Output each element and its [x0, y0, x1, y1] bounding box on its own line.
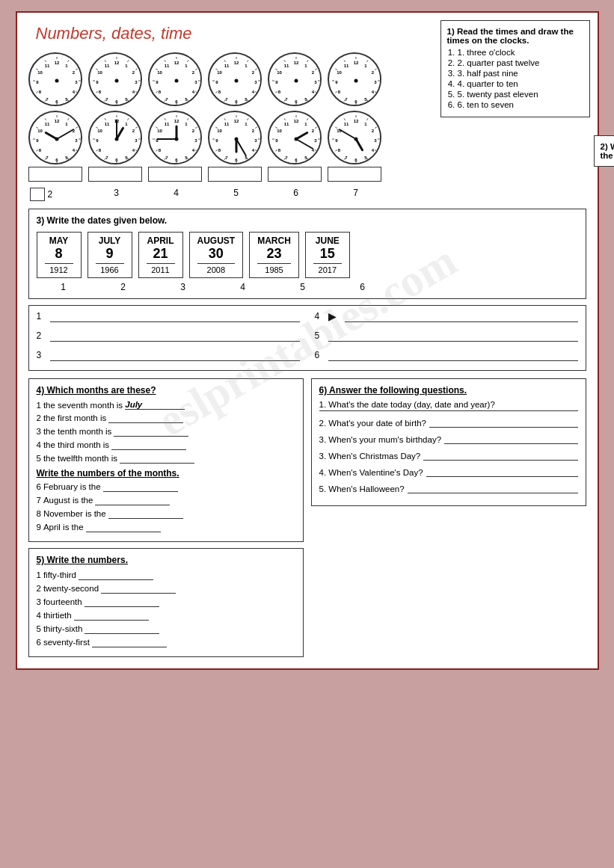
writing-line-5: 5: [315, 330, 578, 342]
svg-point-267: [234, 138, 238, 141]
number-fill-line: 2 twenty-second: [37, 583, 295, 594]
svg-text:10: 10: [37, 70, 43, 75]
section6-box: 6) Answer the following questions. 1. Wh…: [311, 378, 586, 506]
svg-point-51: [114, 79, 118, 83]
clock-row-2: 121234567891011 121234567891011 12123456…: [28, 111, 381, 182]
questions-exercise: 1. What's the date today (day, date and …: [319, 400, 578, 493]
clock-label-box-5: [328, 167, 381, 182]
lines-grid: 14▶2536: [37, 310, 578, 366]
instruction-item: 4. quarter to ten: [458, 79, 583, 88]
section5-box: 5) Write the numbers. 1 fifty-third2 twe…: [28, 548, 304, 657]
clock-draw-5: 121234567891011: [328, 52, 381, 106]
date-month: MAY: [45, 236, 73, 246]
date-year: 2008: [197, 263, 236, 274]
clock-answer-5: 121234567891011: [328, 111, 381, 182]
svg-text:11: 11: [164, 64, 169, 68]
date-card: JULY 9 1966: [88, 232, 132, 278]
month-fill-line: 3 the tenth month is: [37, 426, 295, 437]
svg-text:11: 11: [283, 64, 289, 68]
date-card: JUNE 15 2017: [305, 232, 350, 278]
svg-text:10: 10: [277, 70, 282, 75]
svg-text:10: 10: [217, 70, 222, 75]
dates-numbers: 123456: [37, 282, 578, 292]
clock-answer-4: 121234567891011: [268, 111, 322, 182]
bottom-grid: 4) Which months are these? 1 the seventh…: [28, 378, 586, 657]
instruction-box-2: 2) Write the correct times under the clo…: [594, 135, 615, 167]
date-day: 21: [147, 246, 175, 262]
svg-point-103: [234, 79, 238, 83]
date-day: 9: [96, 246, 124, 262]
instruction-box-1: 1) Read the times and draw the times on …: [440, 20, 590, 117]
svg-text:11: 11: [44, 64, 49, 68]
date-year: 2017: [313, 263, 342, 274]
clock-answer-3: 121234567891011: [208, 111, 262, 182]
writing-lines-box: 14▶2536: [28, 305, 586, 371]
number-fill-line: 5 thirty-sixth: [37, 624, 295, 634]
svg-point-129: [294, 79, 298, 83]
svg-text:10: 10: [37, 129, 43, 133]
svg-text:12: 12: [54, 61, 59, 65]
date-year: 1985: [257, 263, 291, 274]
section5-title: 5) Write the numbers.: [37, 555, 295, 565]
date-num: 6: [336, 282, 390, 292]
svg-text:11: 11: [164, 122, 169, 126]
date-day: 15: [313, 246, 342, 262]
clock-answer-2: 121234567891011: [148, 111, 202, 182]
svg-text:10: 10: [97, 129, 102, 133]
svg-text:12: 12: [174, 61, 179, 65]
question-line: 2. What's your date of birth?: [319, 417, 578, 428]
date-num: 4: [216, 282, 270, 292]
svg-text:11: 11: [283, 122, 289, 126]
month-number-line: 7 August is the: [37, 495, 295, 505]
clock-label-box-1: [88, 167, 142, 182]
instruction-item: 3. half past nine: [458, 69, 583, 78]
question-line: 3. When's your mum's birthday?: [319, 434, 578, 444]
month-number-line: 6 February is the: [37, 481, 295, 492]
clock-label-box-3: [208, 167, 262, 182]
section3: 3) Write the dates given below. MAY 8 19…: [28, 209, 586, 299]
svg-text:11: 11: [104, 122, 109, 126]
question-line: 5. When's Halloween?: [319, 483, 578, 493]
month-number-line: 9 April is the: [37, 522, 295, 532]
writing-line-4: 4▶: [315, 310, 578, 322]
writing-line-1: 1: [37, 310, 300, 322]
right-col: 6) Answer the following questions. 1. Wh…: [311, 378, 586, 657]
clock-num-4: 4: [150, 188, 203, 201]
date-year: 2011: [147, 263, 175, 274]
month-fill-line: 1 the seventh month is July: [37, 400, 295, 410]
clock-label-box-2: [148, 167, 202, 182]
clock-draw-4: 121234567891011: [268, 52, 322, 106]
svg-text:10: 10: [157, 70, 162, 75]
clock-label-box-0: [28, 167, 82, 182]
svg-text:11: 11: [224, 122, 229, 126]
instruction-item: 2. quarter past twelve: [458, 58, 583, 67]
section4-box: 4) Which months are these? 1 the seventh…: [28, 378, 304, 542]
month-fill-line: 5 the twelfth month is: [37, 453, 295, 464]
question-line: 3. When's Christmas Day?: [319, 450, 578, 461]
number-fill-line: 3 fourteenth: [37, 597, 295, 607]
writing-line-2: 2: [37, 330, 300, 342]
section6-title: 6) Answer the following questions.: [319, 385, 578, 395]
clock-num-3: 3: [90, 188, 144, 201]
instruction1-heading: 1) Read the times and draw the times on …: [447, 27, 583, 45]
svg-text:12: 12: [293, 119, 298, 123]
date-card: AUGUST 30 2008: [189, 232, 244, 278]
clock-draw-1: 121234567891011: [88, 52, 142, 106]
svg-text:12: 12: [174, 119, 179, 123]
svg-text:12: 12: [114, 61, 119, 65]
date-day: 30: [197, 246, 236, 262]
svg-point-25: [55, 79, 58, 83]
dates-row: MAY 8 1912 JULY 9 1966 APRIL 21 2011 AUG…: [37, 232, 578, 278]
writing-line-6: 6: [315, 349, 578, 361]
month-numbers: 6 February is the7 August is the8 Novemb…: [37, 481, 295, 532]
svg-text:11: 11: [343, 122, 349, 126]
writing-line-3: 3: [37, 349, 300, 361]
clock-num-7: 7: [329, 188, 383, 201]
svg-text:12: 12: [353, 119, 358, 123]
date-month: JUNE: [313, 236, 342, 246]
instruction1-list: 1. three o'clock2. quarter past twelve3.…: [447, 48, 583, 109]
clock-draw-3: 121234567891011: [208, 52, 262, 106]
date-card: MAY 8 1912: [37, 232, 82, 278]
month-fill-line: 2 the first month is: [37, 413, 295, 423]
write-numbers-title: Write the numbers of the months.: [37, 468, 179, 478]
